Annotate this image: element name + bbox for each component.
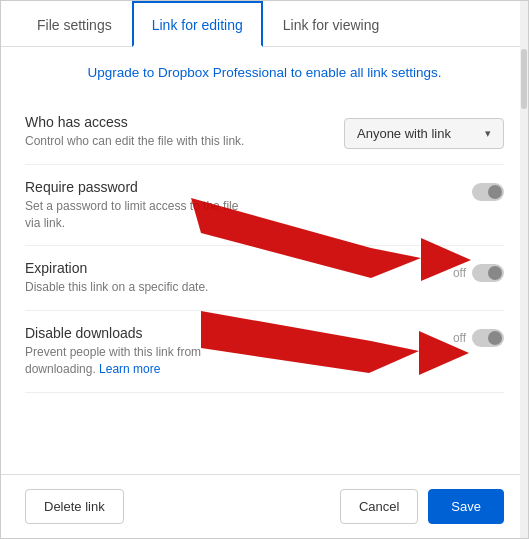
require-password-desc: Set a password to limit access to the fi… <box>25 198 245 232</box>
who-has-access-dropdown[interactable]: Anyone with link ▾ <box>344 118 504 149</box>
expiration-off-label: off <box>453 266 466 280</box>
disable-downloads-desc: Prevent people with this link from downl… <box>25 344 245 378</box>
scrollbar-thumb[interactable] <box>521 49 527 109</box>
setting-require-password: Require password Set a password to limit… <box>25 165 504 247</box>
chevron-down-icon: ▾ <box>485 127 491 140</box>
require-password-toggle[interactable] <box>472 183 504 201</box>
who-has-access-label: Who has access <box>25 114 245 130</box>
cancel-button[interactable]: Cancel <box>340 489 418 524</box>
dialog: File settings Link for editing Link for … <box>0 0 529 539</box>
scrollbar[interactable] <box>520 1 528 538</box>
expiration-label: Expiration <box>25 260 245 276</box>
upgrade-banner[interactable]: Upgrade to Dropbox Professional to enabl… <box>25 65 504 80</box>
expiration-desc: Disable this link on a specific date. <box>25 279 245 296</box>
expiration-toggle[interactable] <box>472 264 504 282</box>
tab-link-for-editing[interactable]: Link for editing <box>132 1 263 47</box>
disable-downloads-off-label: off <box>453 331 466 345</box>
who-has-access-desc: Control who can edit the file with this … <box>25 133 245 150</box>
content-area: Upgrade to Dropbox Professional to enabl… <box>1 47 528 474</box>
footer: Delete link Cancel Save <box>1 474 528 538</box>
learn-more-link[interactable]: Learn more <box>99 362 160 376</box>
setting-who-has-access: Who has access Control who can edit the … <box>25 100 504 165</box>
delete-link-button[interactable]: Delete link <box>25 489 124 524</box>
dropdown-value: Anyone with link <box>357 126 451 141</box>
tab-link-for-viewing[interactable]: Link for viewing <box>263 1 400 47</box>
disable-downloads-toggle[interactable] <box>472 329 504 347</box>
save-button[interactable]: Save <box>428 489 504 524</box>
tab-bar: File settings Link for editing Link for … <box>1 1 528 47</box>
require-password-label: Require password <box>25 179 245 195</box>
tab-file-settings[interactable]: File settings <box>17 1 132 47</box>
setting-disable-downloads: Disable downloads Prevent people with th… <box>25 311 504 393</box>
setting-expiration: Expiration Disable this link on a specif… <box>25 246 504 311</box>
disable-downloads-label: Disable downloads <box>25 325 245 341</box>
